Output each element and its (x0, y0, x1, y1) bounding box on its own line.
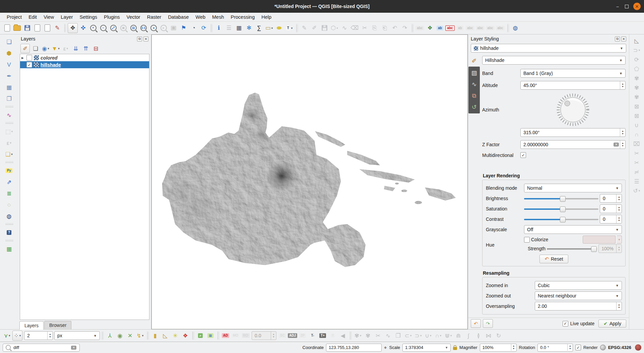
scale-lock-button[interactable]: SC (278, 331, 287, 340)
lock-icon[interactable] (453, 347, 457, 350)
offset-curve-button[interactable]: ∪ (632, 121, 641, 129)
adjacent-button[interactable]: ADJ (288, 331, 297, 340)
label-toolbar-pin-button[interactable]: ab (435, 23, 445, 33)
new-geopackage-layer-button[interactable]: ⬢ (4, 48, 14, 59)
attribute-table-button[interactable]: ▦ (4, 244, 14, 254)
warnings-button[interactable]: !! (328, 331, 337, 340)
measure-angle-button[interactable]: ◺ (160, 331, 170, 340)
cut-features-button[interactable]: ✂ (360, 23, 369, 33)
zoom-native-button[interactable]: 1:1 (139, 23, 148, 33)
saturation-slider[interactable] (524, 206, 598, 211)
menu-web[interactable]: Web (192, 13, 209, 21)
menu-settings[interactable]: Settings (76, 13, 101, 21)
maximize-button[interactable] (625, 5, 629, 8)
zoom-next-button[interactable]: ▸ (159, 23, 168, 33)
layer-label-colored[interactable]: colored (41, 55, 58, 61)
altitude-spinbox[interactable]: 45.00° ▲▼ (520, 81, 626, 90)
identify-features-button[interactable]: ℹ (214, 23, 223, 33)
vertex-tool-button[interactable]: ∿ (340, 23, 349, 33)
scale-combo[interactable]: 1:378304 ▼ (402, 344, 451, 352)
tab-browser[interactable]: Browser (44, 321, 71, 329)
style-undo-button[interactable]: ↶ (471, 319, 481, 328)
zoom-to-selection-button[interactable]: ▣ (119, 23, 128, 33)
merge-attributes-button[interactable]: ≓ (632, 168, 641, 176)
zoom-to-layer-button[interactable]: ▤ (129, 23, 138, 33)
label-move-button[interactable]: abc (475, 23, 485, 33)
tracing-button[interactable]: ↯▾ (135, 331, 145, 340)
text-smaller-button[interactable]: T- (308, 331, 317, 340)
tab-symbology[interactable]: ✐ (468, 55, 480, 67)
grayscale-combo[interactable]: Off ▼ (524, 225, 622, 234)
zoom-full-button[interactable]: ⤢ (109, 23, 118, 33)
contrast-slider[interactable] (524, 216, 598, 222)
saturation-spinbox[interactable]: 0 ▲▼ (600, 204, 622, 213)
style-redo-button[interactable]: ↷ (483, 319, 493, 328)
new-project-button[interactable] (2, 23, 12, 33)
layers-panel-close-icon[interactable]: ✕ (143, 36, 148, 41)
delete-selected-button[interactable]: ⌫ (350, 23, 359, 33)
pan-map-button[interactable]: ✥ (68, 23, 78, 33)
zfactor-spinbox[interactable]: 2.00000000 ✕ ▲▼ (520, 140, 626, 149)
spin-arrows-icon[interactable]: ▲▼ (620, 141, 625, 149)
select-features-button[interactable]: ⬚▾ (4, 126, 14, 137)
label-show-hide-button[interactable]: abc (465, 23, 475, 33)
save-project-button[interactable] (22, 23, 32, 33)
expand-all-button[interactable]: ⇊ (71, 44, 80, 53)
messages-icon[interactable] (635, 344, 641, 351)
menu-database[interactable]: Database (165, 13, 192, 21)
new-print-layout-button[interactable] (33, 23, 42, 33)
quickmap-services-button[interactable]: ▦ (206, 331, 215, 340)
new-bookmark-button[interactable]: ☆ (169, 23, 178, 33)
pan-to-selection-button[interactable]: ✜ (78, 23, 88, 33)
strength-slider[interactable] (547, 246, 597, 251)
menu-vector[interactable]: Vector (123, 13, 144, 21)
text-bigger-button[interactable]: T+ (318, 331, 327, 340)
spin-arrows-icon[interactable]: ▲▼ (620, 128, 625, 137)
text-annotation-button[interactable]: T▾ (284, 23, 294, 33)
menu-help[interactable]: Help (258, 13, 275, 21)
shape-tool-15[interactable]: ↻ (494, 331, 503, 340)
coordinate-input[interactable]: 123.755,13.280 (326, 344, 382, 352)
avoid-overlap-button[interactable]: ◉ (115, 331, 125, 340)
tab-history[interactable]: ↺ (468, 101, 480, 113)
menu-project[interactable]: Project (3, 13, 25, 21)
spin-arrows-icon[interactable]: ▲▼ (616, 215, 622, 223)
processing-layers-button[interactable]: ≣ (4, 188, 14, 199)
rotate-point-symbols-button[interactable]: ☰ (632, 177, 641, 186)
gps-button[interactable]: ✳ (171, 331, 180, 340)
shape-tool-5[interactable]: ❐ (393, 331, 403, 340)
offset-point-symbols-button[interactable]: ↺▾ (632, 186, 641, 195)
styling-panel-close-icon[interactable]: ✕ (621, 36, 626, 41)
search-radius-spinbox[interactable]: 2 ▲▼ (24, 331, 53, 340)
zoomed-in-combo[interactable]: Cubic ▼ (535, 281, 622, 290)
menu-processing[interactable]: Processing (228, 13, 258, 21)
measure-button[interactable]: ▭▾ (264, 23, 274, 33)
manage-visibility-button[interactable]: ◉▾ (41, 44, 50, 53)
merge-features-button[interactable]: ✂ (632, 158, 641, 167)
menu-edit[interactable]: Edit (25, 13, 40, 21)
snapping-options-button[interactable]: ⋎▾ (2, 331, 12, 340)
layer-row-colored[interactable]: ▶ colored (20, 54, 149, 61)
spin-arrows-icon[interactable]: ▲▼ (567, 344, 573, 351)
shape-tool-2[interactable]: ✾ (363, 331, 373, 340)
shape-tool-10[interactable]: ⋓▾ (444, 331, 453, 340)
geotagged-photos-button[interactable]: ❖ (181, 331, 190, 340)
split-parts-button[interactable]: ⌧ (632, 140, 641, 148)
shape-tool-6[interactable]: ⊂▾ (403, 331, 413, 340)
colorize-checkbox[interactable] (524, 237, 530, 243)
tab-transparency[interactable]: ▨ (468, 67, 480, 79)
units-combo[interactable]: px ▼ (54, 331, 100, 340)
layer-diagram-button[interactable]: ❖ (425, 23, 435, 33)
multidirectional-checkbox[interactable]: ✓ (520, 152, 526, 158)
spin-arrows-icon[interactable]: ▲▼ (616, 205, 622, 213)
paste-features-button[interactable]: ⎗ (380, 23, 389, 33)
add-part-button[interactable]: ✾ (632, 83, 641, 92)
shape-tool-8[interactable]: ∪▾ (424, 331, 433, 340)
render-checkbox[interactable]: ✓ (575, 345, 581, 350)
tab-pyramids[interactable]: ⧉ (468, 90, 480, 101)
nominatim-search-button[interactable]: ⌕ (196, 331, 205, 340)
azimuth-spinbox[interactable]: 315.00° ▲▼ (520, 128, 626, 137)
styling-layer-combo[interactable]: hillshade ▼ (471, 44, 626, 53)
apply-button[interactable]: ✔ Apply (598, 320, 626, 328)
construction-mode-button[interactable]: MO (231, 331, 240, 340)
